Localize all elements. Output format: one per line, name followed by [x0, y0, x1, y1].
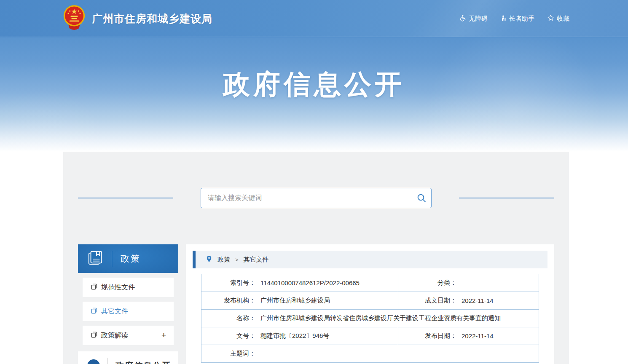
table-row: 主题词： [201, 345, 539, 363]
issuing-agency-cell: 发布机构： 广州市住房和城乡建设局 [201, 292, 398, 310]
sidebar-item-other-documents[interactable]: 其它文件 [83, 302, 174, 321]
page-title: 政府信息公开 [223, 69, 405, 99]
table-row: 文号： 穗建审批〔2022〕946号 发布日期： 2022-11-14 [201, 327, 539, 345]
sidebar-item-policy-interpretation[interactable]: 政策解读 + [83, 326, 174, 345]
favorite-label: 收藏 [557, 15, 569, 23]
sidebar-section-title: 政府信息公开 [115, 360, 171, 364]
document-number-cell: 文号： 穗建审批〔2022〕946号 [201, 327, 398, 345]
field-value: 广州市住房和城乡建设局 [260, 297, 395, 305]
field-label: 分类： [402, 279, 456, 287]
breadcrumb-item-policy[interactable]: 政策 [217, 256, 230, 264]
national-emblem-icon [62, 5, 86, 32]
category-cell: 分类： [398, 274, 539, 292]
document-icon [91, 308, 97, 316]
sidebar-item-label: 规范性文件 [101, 283, 135, 292]
banner-flower-decor [0, 88, 118, 152]
table-row: 名称： 广州市住房和城乡建设局转发省住房城乡建设厅关于建设工程企业资质有关事宜的… [201, 310, 539, 327]
sidebar-item-label: 其它文件 [101, 307, 128, 316]
field-value: 11440100007482612P/2022-00665 [260, 279, 395, 286]
sidebar-item-normative-documents[interactable]: 规范性文件 [83, 278, 174, 297]
document-icon [91, 284, 97, 292]
sidebar-section-policy[interactable]: 政策 [78, 244, 178, 273]
search-box [201, 188, 432, 208]
table-row: 索引号： 11440100007482612P/2022-00665 分类： [201, 274, 539, 292]
main-content-container: 政策 规范性文件 [63, 152, 569, 364]
search-icon [416, 198, 427, 204]
banner-flower-decor [426, 37, 603, 152]
breadcrumb-separator: > [235, 257, 239, 263]
top-header-bar: 广州市住房和城乡建设局 无障碍 长者助手 [0, 0, 628, 37]
sidebar: 政策 规范性文件 [78, 244, 178, 364]
publish-date-cell: 发布日期： 2022-11-14 [398, 327, 539, 345]
sidebar-section-title: 政策 [121, 253, 141, 265]
banner-flower-decor [392, 92, 518, 152]
header-divider [112, 251, 112, 267]
field-label: 发布机构： [205, 297, 255, 305]
search-section [78, 152, 554, 208]
document-meta-table: 索引号： 11440100007482612P/2022-00665 分类： [201, 274, 539, 363]
header-divider [107, 358, 108, 364]
written-date-cell: 成文日期： 2022-11-14 [398, 292, 539, 310]
right-decor-line [459, 198, 554, 198]
document-name-cell: 名称： 广州市住房和城乡建设局转发省住房城乡建设厅关于建设工程企业资质有关事宜的… [201, 310, 539, 327]
field-label: 文号： [205, 332, 255, 340]
sidebar-section-gov-info[interactable]: 政府信息公开 [78, 351, 178, 364]
field-label: 索引号： [205, 279, 255, 287]
sidebar-menu: 规范性文件 其它文件 [78, 273, 178, 345]
subject-words-cell: 主题词： [201, 345, 539, 363]
left-decor-line [78, 198, 173, 198]
field-value: 广州市住房和城乡建设局转发省住房城乡建设厅关于建设工程企业资质有关事宜的通知 [260, 314, 535, 322]
expand-plus-icon[interactable]: + [161, 331, 166, 340]
search-input[interactable] [201, 188, 432, 208]
breadcrumb: 政策 > 其它文件 [193, 251, 547, 268]
table-row: 发布机构： 广州市住房和城乡建设局 成文日期： 2022-11-14 [201, 292, 539, 310]
page-banner: 政府信息公开 [0, 37, 628, 152]
location-pin-icon [206, 255, 212, 264]
field-label: 主题词： [205, 350, 255, 358]
search-button[interactable] [416, 193, 427, 203]
field-value: 2022-11-14 [462, 297, 535, 304]
gov-info-icon [87, 359, 100, 364]
document-icon [91, 332, 97, 340]
field-label: 名称： [205, 314, 255, 322]
field-value: 2022-11-14 [462, 332, 535, 340]
breadcrumb-item-other-documents[interactable]: 其它文件 [244, 256, 269, 264]
content-panel: 政策 > 其它文件 索引号： 11440100007482612P/2022-0… [186, 244, 554, 364]
book-icon [87, 250, 103, 268]
index-number-cell: 索引号： 11440100007482612P/2022-00665 [201, 274, 398, 292]
site-brand[interactable]: 广州市住房和城乡建设局 [62, 5, 212, 32]
field-value: 穗建审批〔2022〕946号 [260, 332, 395, 340]
site-title: 广州市住房和城乡建设局 [92, 12, 212, 26]
field-label: 发布日期： [402, 332, 456, 340]
sidebar-item-label: 政策解读 [101, 331, 128, 340]
field-label: 成文日期： [402, 297, 456, 305]
